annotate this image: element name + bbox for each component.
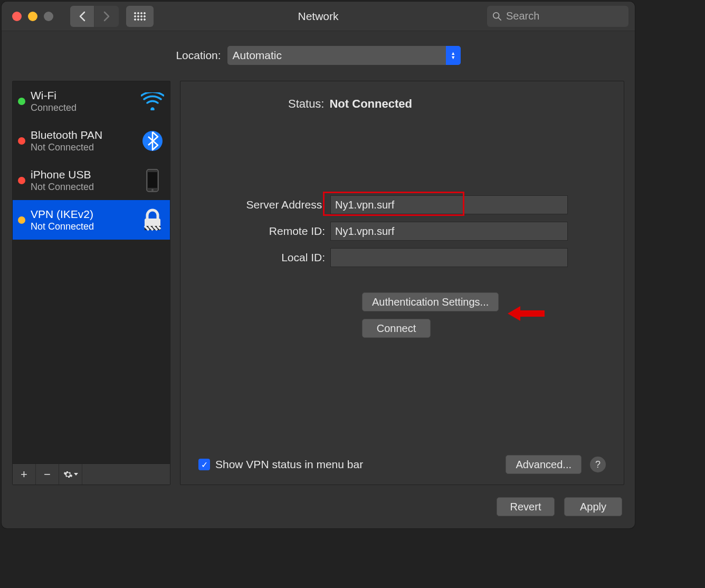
status-dot-icon [18,137,25,145]
chevron-down-icon [74,473,78,476]
local-id-label: Local ID: [198,251,325,264]
sidebar-item-title: Wi-Fi [31,89,135,102]
status-row: Status: Not Connected [288,97,606,111]
search-placeholder: Search [506,10,539,22]
server-address-row: Server Address: [198,195,606,214]
toolbar-filler [82,464,170,485]
revert-button[interactable]: Revert [497,497,555,516]
sidebar-item-wifi[interactable]: Wi-Fi Connected [13,81,170,121]
location-value: Automatic [233,49,282,62]
panel-bottom-row: ✓ Show VPN status in menu bar Advanced..… [198,444,606,474]
phone-icon [140,168,165,193]
status-dot-icon [18,177,25,184]
location-select[interactable]: Automatic ▲▼ [227,46,461,65]
connect-button-row: Connect [362,319,606,338]
sidebar-item-title: iPhone USB [31,168,135,181]
chevron-right-icon [103,11,110,22]
remove-interface-button[interactable]: − [36,464,59,485]
svg-marker-8 [508,306,545,321]
local-id-input[interactable] [330,248,568,267]
apply-button[interactable]: Apply [564,497,622,516]
remote-id-label: Remote ID: [198,225,325,238]
search-icon [492,12,502,21]
bluetooth-icon [140,129,165,153]
body: Wi-Fi Connected Bluetooth PAN Not Connec… [2,70,635,485]
sidebar-item-status: Connected [31,102,135,113]
fullscreen-window-button [44,12,53,21]
window-controls [12,12,53,21]
svg-rect-4 [148,172,157,188]
lock-icon [140,208,165,232]
sidebar-item-bluetooth[interactable]: Bluetooth PAN Not Connected [13,121,170,160]
server-address-label: Server Address: [198,198,325,211]
show-menubar-checkbox[interactable]: ✓ [198,459,210,470]
interface-list: Wi-Fi Connected Bluetooth PAN Not Connec… [13,81,170,463]
grid-icon [134,12,146,21]
arrow-annotation-icon [508,305,545,322]
status-dot-icon [18,98,25,105]
svg-point-5 [151,189,154,191]
connect-button[interactable]: Connect [362,319,431,338]
forward-button [94,6,119,27]
location-label: Location: [176,49,221,62]
svg-point-0 [493,12,499,18]
footer: Revert Apply [2,485,635,528]
sidebar-item-status: Not Connected [31,141,135,153]
gear-icon [63,470,73,479]
add-interface-button[interactable]: + [13,464,36,485]
back-button[interactable] [70,6,94,27]
location-row: Location: Automatic ▲▼ [2,31,635,70]
help-button[interactable]: ? [590,457,606,472]
nav-buttons [70,6,119,27]
sidebar-item-status: Not Connected [31,221,135,232]
interface-actions-button[interactable] [59,464,82,485]
select-arrows-icon: ▲▼ [446,46,461,65]
close-window-button[interactable] [12,12,22,21]
auth-settings-button[interactable]: Authentication Settings... [362,292,499,311]
vpn-form: Server Address: Remote ID: Local ID: [198,195,606,267]
interface-sidebar: Wi-Fi Connected Bluetooth PAN Not Connec… [12,81,170,485]
sidebar-item-vpn[interactable]: VPN (IKEv2) Not Connected [13,200,170,240]
advanced-button[interactable]: Advanced... [506,455,582,474]
show-all-prefs-button[interactable] [126,6,154,27]
status-label: Status: [288,97,324,111]
system-prefs-network-window: Network Search Location: Automatic ▲▼ Wi… [2,2,635,528]
sidebar-item-status: Not Connected [31,181,135,193]
detail-panel: Status: Not Connected Server Address: Re… [180,81,624,485]
svg-line-1 [499,17,501,20]
auth-button-row: Authentication Settings... [362,292,606,311]
sidebar-item-title: Bluetooth PAN [31,129,135,141]
sidebar-item-iphone-usb[interactable]: iPhone USB Not Connected [13,160,170,200]
remote-id-row: Remote ID: [198,222,606,241]
sidebar-toolbar: + − [13,463,170,485]
chevron-left-icon [79,11,86,22]
show-menubar-label: Show VPN status in menu bar [215,458,363,471]
remote-id-input[interactable] [330,222,568,241]
status-dot-icon [18,216,25,224]
sidebar-item-title: VPN (IKEv2) [31,208,135,221]
minimize-window-button[interactable] [28,12,37,21]
wifi-icon [140,89,165,113]
server-address-input[interactable] [330,195,568,214]
local-id-row: Local ID: [198,248,606,267]
titlebar: Network Search [2,2,635,31]
search-field[interactable]: Search [487,6,628,27]
status-value: Not Connected [329,97,412,111]
